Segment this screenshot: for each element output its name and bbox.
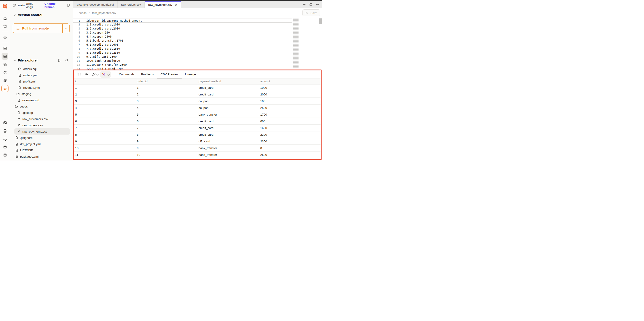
file-item-label: raw_customers.csv xyxy=(22,117,48,121)
file-item-seeds[interactable]: seeds xyxy=(10,103,70,110)
rail-windows-button[interactable] xyxy=(2,77,8,84)
file-item-dbt_project.yml[interactable]: dbt_project.yml xyxy=(10,141,70,147)
save-label: Save xyxy=(310,11,317,14)
editor-line-11[interactable]: 1110,9,bank_transfer,0 xyxy=(73,59,292,63)
table-cell: 9 xyxy=(136,140,197,143)
line-number: 9 xyxy=(73,51,83,55)
line-text: 2,2,credit_card,2000 xyxy=(83,26,120,30)
rail-organization-button[interactable] xyxy=(2,152,8,158)
file-item-label: raw_orders.csv xyxy=(22,124,43,127)
pull-from-remote-label: Pull from remote xyxy=(22,26,49,30)
file-item-revenue.yml[interactable]: revenue.yml xyxy=(10,84,70,91)
ai-assist-button[interactable] xyxy=(100,71,111,78)
rail-explore-button[interactable] xyxy=(2,69,8,76)
file-icon xyxy=(15,149,18,152)
editor-line-8[interactable]: 87,7,credit_card,1600 xyxy=(73,47,292,51)
line-number: 1 xyxy=(73,19,83,22)
table-view-icon[interactable] xyxy=(76,72,82,77)
search-icon[interactable] xyxy=(65,58,69,62)
line-number: 6 xyxy=(73,39,83,43)
rail-divider xyxy=(2,32,8,32)
editor-line-13[interactable]: 1312,11,credit_card,2700 xyxy=(73,67,292,70)
tab-label: example_develop_metric.sql xyxy=(77,3,114,6)
editor-line-2[interactable]: 21,1,credit_card,1000 xyxy=(73,22,292,26)
rail-terminal-button[interactable] xyxy=(2,119,8,126)
split-view-icon[interactable] xyxy=(309,3,312,6)
file-item-packages.yml[interactable]: packages.yml xyxy=(10,153,70,160)
wand-icon xyxy=(102,72,106,76)
table-cell: 5 xyxy=(136,113,197,116)
rail-selection-button[interactable] xyxy=(2,61,8,68)
code-view-icon[interactable] xyxy=(84,72,89,77)
rail-home-button[interactable] xyxy=(2,15,8,22)
rail-notebook-button[interactable] xyxy=(2,23,8,30)
rail-copilot-button[interactable] xyxy=(1,85,8,92)
file-item-orders.sql[interactable]: orders.sql xyxy=(10,66,70,72)
file-item-raw_payments.csv[interactable]: raw_payments.csv xyxy=(14,128,70,134)
new-tab-icon[interactable] xyxy=(302,3,306,6)
pull-from-remote-button[interactable]: Pull from remote xyxy=(13,24,70,33)
file-item-label: orders.yml xyxy=(23,74,37,77)
panel-tab-commands[interactable]: Commands xyxy=(116,70,138,78)
code-editor[interactable]: 1id,order_id,payment_method,amount21,1,c… xyxy=(73,18,322,70)
panel-tab-problems[interactable]: Problems xyxy=(138,70,157,78)
table-cell: 2500 xyxy=(259,106,321,110)
tab-label: raw_orders.csv xyxy=(121,3,141,6)
table-cell: 1 xyxy=(74,86,136,90)
editor-tab-raw_orders.csv[interactable]: raw_orders.csv xyxy=(118,1,145,8)
rail-catalog-button[interactable] xyxy=(2,34,8,40)
editor-tab-raw_payments.csv[interactable]: raw_payments.csv xyxy=(145,1,181,8)
file-item-overview.md[interactable]: overview.md xyxy=(10,97,70,103)
table-cell: 2700 xyxy=(259,160,321,160)
table-cell: 3 xyxy=(136,100,197,103)
csv-preview-table: idorder_idpayment_methodamount 11credit_… xyxy=(74,78,321,160)
file-item-.gitkeep[interactable]: .gitkeep xyxy=(10,110,70,116)
rail-browser-button[interactable] xyxy=(2,144,8,150)
copy-icon[interactable] xyxy=(66,4,70,7)
minimap[interactable] xyxy=(293,18,301,69)
table-cell: 2 xyxy=(74,93,136,96)
file-item-.gitignore[interactable]: .gitignore xyxy=(10,134,70,141)
editor-line-5[interactable]: 54,4,coupon,2500 xyxy=(73,35,292,39)
editor-line-3[interactable]: 32,2,credit_card,2000 xyxy=(73,26,292,30)
editor-line-4[interactable]: 43,3,coupon,100 xyxy=(73,30,292,35)
panel-tab-lineage[interactable]: Lineage xyxy=(182,70,199,78)
version-control-header[interactable]: Version control xyxy=(10,10,73,18)
file-item-orders.yml[interactable]: orders.yml xyxy=(10,72,70,78)
chev-down-icon xyxy=(107,73,110,77)
editor-scrollbar[interactable] xyxy=(319,18,322,70)
rail-code-editor-button[interactable] xyxy=(2,53,8,60)
editor-line-10[interactable]: 109,9,gift_card,2300 xyxy=(73,55,292,59)
chev-down-icon xyxy=(64,27,68,30)
editor-line-1[interactable]: 1id,order_id,payment_method,amount xyxy=(73,18,292,22)
save-button[interactable]: Save xyxy=(302,10,320,16)
pull-options-dropdown[interactable] xyxy=(62,24,69,33)
rail-support-button[interactable] xyxy=(2,136,8,142)
file-item-raw_orders.csv[interactable]: raw_orders.csv xyxy=(10,122,70,128)
editor-line-7[interactable]: 76,6,credit_card,600 xyxy=(73,43,292,47)
rail-clipboard-button[interactable] xyxy=(2,128,8,134)
rail-dashboard-button[interactable] xyxy=(2,45,8,52)
editor-line-12[interactable]: 1211,10,bank_transfer,2600 xyxy=(73,63,292,67)
panel-tab-csv-preview[interactable]: CSV Preview xyxy=(157,70,182,78)
breadcrumb-folder[interactable]: seeds xyxy=(79,11,86,14)
scrollbar-thumb[interactable] xyxy=(319,18,322,24)
line-text: 6,6,credit_card,600 xyxy=(83,43,118,47)
file-item-staging[interactable]: staging xyxy=(10,91,70,97)
editor-line-9[interactable]: 98,8,credit_card,2300 xyxy=(73,51,292,55)
line-text: 10,9,bank_transfer,0 xyxy=(83,59,120,63)
table-cell: 1000 xyxy=(259,86,321,90)
file-item-LICENSE[interactable]: LICENSE xyxy=(10,147,70,153)
file-explorer-header[interactable]: File explorer xyxy=(10,55,73,64)
more-options-icon[interactable] xyxy=(316,3,319,6)
change-branch-link[interactable]: Change branch xyxy=(44,2,65,9)
file-item-profit.yml[interactable]: profit.yml xyxy=(10,78,70,84)
table-cell: 6 xyxy=(136,120,197,123)
editor-tab-example_develop_metric.sql[interactable]: example_develop_metric.sql xyxy=(73,1,118,8)
table-row: 44coupon2500 xyxy=(74,104,321,111)
new-file-icon[interactable] xyxy=(58,58,61,62)
file-item-raw_customers.csv[interactable]: raw_customers.csv xyxy=(10,116,70,122)
editor-line-6[interactable]: 65,5,bank_transfer,1700 xyxy=(73,39,292,43)
close-icon[interactable] xyxy=(175,3,178,6)
chevron-down-icon[interactable] xyxy=(96,73,98,76)
